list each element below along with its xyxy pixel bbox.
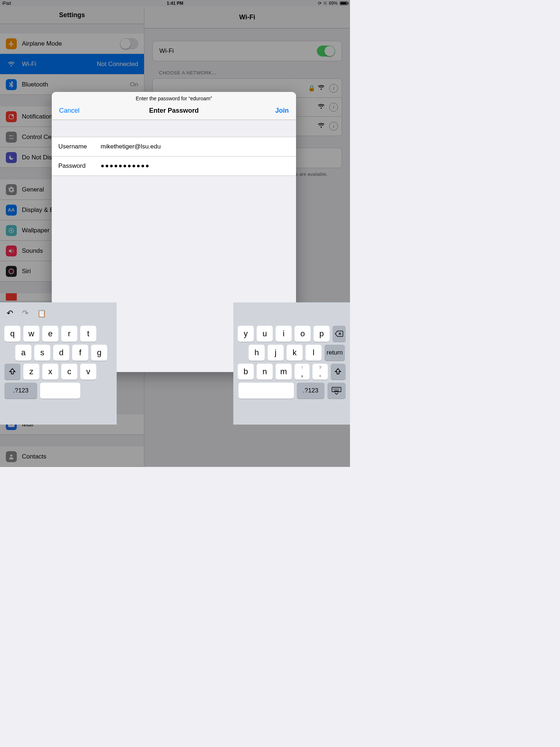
key-b[interactable]: b (238, 364, 254, 380)
key-v[interactable]: v (80, 364, 96, 380)
svg-rect-12 (333, 388, 334, 389)
key-o[interactable]: o (295, 326, 311, 342)
numeric-key[interactable]: .?123 (297, 383, 324, 399)
password-field[interactable]: ●●●●●●●●●●● (101, 162, 289, 170)
key-w[interactable]: w (23, 326, 39, 342)
key-j[interactable]: j (268, 345, 284, 361)
svg-rect-18 (334, 390, 334, 390)
svg-rect-22 (338, 390, 339, 390)
key-q[interactable]: q (4, 326, 20, 342)
svg-rect-20 (336, 390, 337, 390)
key-h[interactable]: h (249, 345, 265, 361)
svg-rect-23 (334, 391, 339, 391)
cancel-button[interactable]: Cancel (59, 107, 79, 115)
password-row[interactable]: Password ●●●●●●●●●●● (52, 156, 296, 175)
svg-rect-21 (337, 390, 338, 390)
key-y[interactable]: y (238, 326, 254, 342)
redo-icon[interactable]: ↷ (22, 309, 28, 318)
split-keyboard-left[interactable]: ↶ ↷ 📋 qwert asdfg zxcv .?123 (0, 302, 117, 425)
space-key[interactable] (40, 383, 80, 399)
return-key[interactable]: return (324, 345, 345, 361)
svg-rect-16 (338, 388, 338, 389)
key-d[interactable]: d (53, 345, 69, 361)
backspace-key[interactable] (332, 326, 346, 342)
key-i[interactable]: i (276, 326, 292, 342)
key-u[interactable]: u (257, 326, 273, 342)
period-key[interactable]: ?. (312, 364, 327, 380)
comma-key[interactable]: !, (295, 364, 310, 380)
key-n[interactable]: n (257, 364, 273, 380)
key-r[interactable]: r (61, 326, 77, 342)
key-m[interactable]: m (276, 364, 292, 380)
shift-key[interactable] (331, 364, 346, 380)
svg-rect-19 (335, 390, 335, 390)
hide-keyboard-key[interactable] (327, 383, 346, 399)
shift-key[interactable] (4, 364, 20, 380)
modal-subtitle: Enter the password for “eduroam” (52, 92, 296, 101)
key-c[interactable]: c (61, 364, 77, 380)
join-button[interactable]: Join (275, 107, 289, 115)
key-t[interactable]: t (80, 326, 96, 342)
key-a[interactable]: a (15, 345, 31, 361)
key-p[interactable]: p (314, 326, 330, 342)
key-l[interactable]: l (306, 345, 322, 361)
key-g[interactable]: g (91, 345, 107, 361)
key-z[interactable]: z (23, 364, 39, 380)
undo-icon[interactable]: ↶ (7, 309, 13, 318)
svg-rect-13 (334, 388, 335, 389)
key-k[interactable]: k (287, 345, 303, 361)
numeric-key[interactable]: .?123 (4, 383, 37, 399)
username-row[interactable]: Username (52, 137, 296, 156)
clipboard-icon[interactable]: 📋 (37, 309, 46, 318)
svg-rect-17 (339, 388, 339, 389)
key-e[interactable]: e (42, 326, 58, 342)
space-key[interactable] (238, 383, 294, 399)
key-x[interactable]: x (42, 364, 58, 380)
svg-rect-15 (337, 388, 337, 389)
key-f[interactable]: f (72, 345, 88, 361)
username-label: Username (58, 143, 101, 150)
split-keyboard-right[interactable]: yuiop hjkl return bnm !, ?. .?123 (233, 302, 350, 425)
username-field[interactable] (101, 143, 289, 150)
modal-title: Enter Password (149, 107, 199, 115)
password-label: Password (58, 162, 101, 170)
key-s[interactable]: s (34, 345, 50, 361)
svg-rect-14 (335, 388, 336, 389)
